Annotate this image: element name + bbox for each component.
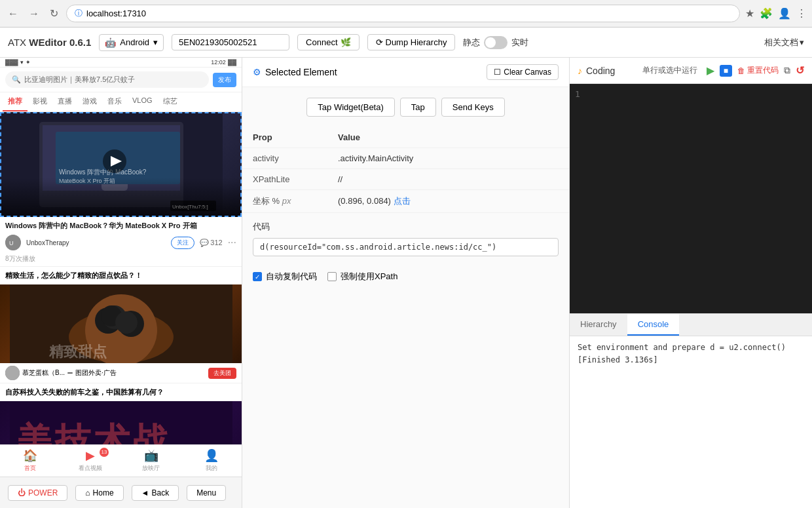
more-options-icon[interactable]: ··· [228,237,236,248]
power-label: POWER [28,488,58,498]
android-icon: 🤖 [105,37,116,48]
clear-canvas-button[interactable]: ☐ Clear Canvas [487,64,559,80]
reset-label: 重置代码 [747,65,779,76]
copy-code-button[interactable]: ⧉ [784,65,790,76]
video-meta: U UnboxTherapy 关注 💬 312 ··· [0,235,242,254]
home-label: Home [93,488,114,498]
video-title: Windows 阵营中的 MacBook？华为 MateBook X Pro 开… [0,217,242,235]
static-label: 静态 [463,37,480,49]
run-icon: ▶ [707,65,714,76]
news-thumbnail[interactable]: 美技术战 战 [0,401,242,444]
comment-count: 💬 312 [200,239,222,247]
connect-button[interactable]: Connect 🌿 [297,34,359,50]
code-line-1: 1 [575,89,807,99]
phone-nav-home[interactable]: 🏠 首页 [0,448,60,474]
selected-element-header: ⚙ Selected Element ☐ Clear Canvas [242,58,569,87]
bt-icon: ✦ [26,59,31,66]
phone-nav-profile[interactable]: 👤 我的 [181,448,242,474]
phone-nav-trending[interactable]: 13 ▶ 看点视频 [60,448,120,474]
trending-badge: 13 [100,448,109,457]
table-row: activity .activity.MainActivity [242,148,569,169]
menu-label: Menu [196,488,216,498]
main-layout: ▓▓▓ ▾ ✦ 12:02 ▓▓ 🔍 比亚迪明图片｜美释放7.5亿只蚊子 发布 [0,58,812,508]
auto-copy-checked-icon: ✓ [253,272,262,281]
run-button[interactable]: ▶ [707,64,714,77]
device-label: Android [120,37,149,47]
extension-icon[interactable]: 🧩 [760,7,773,20]
refresh-small-icon: ⟳ [376,37,383,47]
refresh-button[interactable]: ↺ [796,64,804,77]
back-button[interactable]: ← [5,7,21,21]
theater-nav-icon: 📺 [144,448,158,463]
docs-label: 相关文档 [764,37,798,49]
home-nav-icon: 🏠 [23,448,37,463]
tab-console[interactable]: Console [627,314,680,336]
send-keys-button[interactable]: Send Keys [441,98,505,117]
forward-button[interactable]: → [26,7,42,21]
back-device-button[interactable]: ◄ Back [132,485,179,501]
phone-tab-game[interactable]: 游戏 [77,92,102,111]
phone-publish-button[interactable]: 发布 [213,73,236,87]
bookmark-icon[interactable]: ★ [745,7,754,20]
food-go-button[interactable]: 去美团 [208,368,236,379]
realtime-label: 实时 [511,37,528,49]
stop-button[interactable]: ■ [720,65,732,77]
follow-button[interactable]: 关注 [171,237,194,249]
menu-icon[interactable]: ⋮ [796,7,807,20]
author-avatar: U [5,235,21,250]
profile-nav-label: 我的 [206,464,217,473]
food-thumbnail[interactable]: 精致甜点 [0,284,242,363]
code-editor[interactable]: 1 [570,84,812,313]
tap-widget-button[interactable]: Tap Widget(Beta) [306,98,394,117]
menu-button[interactable]: Menu [187,485,226,501]
address-bar[interactable]: ⓘ localhost:17310 [66,5,740,22]
force-xpath-checkbox[interactable]: 强制使用XPath [327,271,397,283]
tab-hierarchy[interactable]: Hierarchy [570,314,627,336]
wifi-icon: ▾ [20,59,24,66]
news-card: 自苏科技入关失败的前车之鉴，中国胜算有几何？ 美技术战 战 [0,383,242,444]
comment-icon-symbol: 💬 [200,239,209,247]
device-id-input[interactable] [172,34,289,50]
device-selector[interactable]: 🤖 Android ▾ [99,34,164,51]
code-input[interactable] [253,238,559,256]
dump-label: Dump Hierarchy [386,37,447,47]
tap-button[interactable]: Tap [400,98,436,117]
lock-icon: ⓘ [75,8,83,19]
single-line-run-button[interactable]: 单行或选中运行 [638,63,701,78]
phone-tab-recommend[interactable]: 推荐 [3,92,28,111]
phone-bottom-nav: 🏠 首页 13 ▶ 看点视频 📺 放映厅 👤 我的 [0,444,242,477]
reload-button[interactable]: ↻ [47,6,61,21]
docs-button[interactable]: 相关文档 ▾ [764,37,804,49]
phone-tab-live[interactable]: 直播 [52,92,77,111]
video-thumbnail[interactable]: Windows 阵营中的 MacBook? MateBook X Pro 开箱 … [0,112,242,217]
leaf-icon: 🌿 [341,37,351,47]
checkbox-icon: ☐ [494,68,501,77]
phone-tab-music[interactable]: 音乐 [102,92,127,111]
console-line-1: Set environment and prepare d = u2.conne… [578,342,804,354]
power-button[interactable]: ⏻ POWER [8,485,67,501]
table-row: XPathLite // [242,169,569,190]
action-buttons: Tap Widget(Beta) Tap Send Keys [242,87,569,127]
right-panel: ♪ Coding 单行或选中运行 ▶ ■ 🗑 重置代码 ⧉ ↺ [570,58,812,508]
home-button[interactable]: ⌂ Home [75,485,123,501]
profile-icon[interactable]: 👤 [778,7,791,20]
video-card: Windows 阵营中的 MacBook? MateBook X Pro 开箱 … [0,112,242,267]
signal-icon: ▓▓▓ [5,59,18,66]
phone-tab-video[interactable]: 影视 [28,92,52,111]
auto-copy-checkbox[interactable]: ✓ 自动复制代码 [253,271,317,283]
phone-nav-theater[interactable]: 📺 放映厅 [121,448,181,474]
realtime-toggle[interactable] [484,36,507,49]
reset-code-button[interactable]: 🗑 重置代码 [737,65,779,76]
phone-search-box[interactable]: 🔍 比亚迪明图片｜美释放7.5亿只蚊子 [5,71,209,88]
phone-tab-variety[interactable]: 综艺 [158,92,183,111]
trending-nav-icon: ▶ [86,448,95,463]
code-label: 代码 [253,221,559,233]
phone-tab-vlog[interactable]: VLOG [127,92,158,111]
code-section: 代码 [242,213,569,264]
food-ad-label: 图团外卖·广告 [75,368,117,378]
copy-icon: ⧉ [784,65,790,75]
click-link[interactable]: 点击 [394,196,411,206]
dump-hierarchy-button[interactable]: ⟳ Dump Hierarchy [367,34,456,50]
auto-copy-label: 自动复制代码 [266,271,317,283]
line-number-1: 1 [575,89,580,99]
